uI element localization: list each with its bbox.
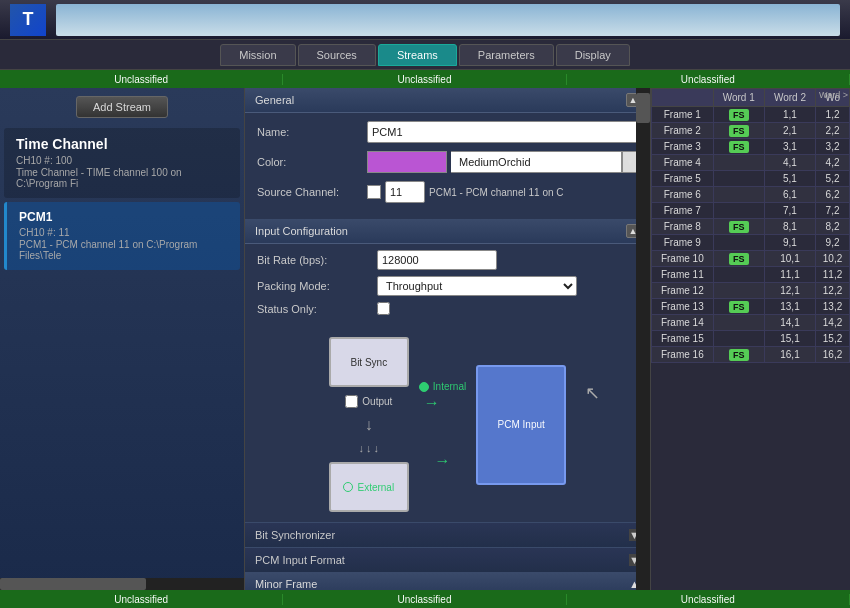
time-channel-name: Time Channel — [16, 136, 228, 152]
frame-fs-cell — [713, 203, 764, 219]
bottom-status-center: Unclassified — [283, 594, 566, 605]
bit-sync-section-label: Bit Synchronizer — [255, 529, 335, 541]
table-row: Frame 1414,114,2 — [652, 315, 850, 331]
frame-name-cell: Frame 10 — [652, 251, 714, 267]
frame-table-container: Word > Word 1 Word 2 Wo Frame 1FS1,11,2F… — [651, 88, 850, 363]
fs-badge: FS — [729, 301, 749, 313]
packing-mode-select[interactable]: Throughput — [377, 276, 577, 296]
frame-fs-cell: FS — [713, 123, 764, 139]
status-center: Unclassified — [283, 74, 566, 85]
color-label: Color: — [257, 156, 367, 168]
frame-word1-cell: 11,1 — [764, 267, 815, 283]
frame-word1-cell: 4,1 — [764, 155, 815, 171]
frame-name-cell: Frame 12 — [652, 283, 714, 299]
pcm1-item[interactable]: PCM1 CH10 #: 11 PCM1 - PCM channel 11 on… — [4, 202, 240, 270]
color-row: Color: MediumOrchid ▼ — [257, 151, 638, 173]
bottom-status-left: Unclassified — [0, 594, 283, 605]
external-radio[interactable]: External — [343, 482, 394, 493]
input-config-title: Input Configuration — [255, 225, 348, 237]
tab-parameters[interactable]: Parameters — [459, 44, 554, 66]
frame-word1-cell: 5,1 — [764, 171, 815, 187]
frame-fs-cell — [713, 235, 764, 251]
status-left: Unclassified — [0, 74, 283, 85]
table-row: Frame 55,15,2 — [652, 171, 850, 187]
down-arrow-icon: ↓ — [365, 416, 373, 434]
frame-word2-cell: 7,2 — [816, 203, 850, 219]
output-checkbox[interactable] — [345, 395, 358, 408]
color-picker[interactable]: MediumOrchid ▼ — [367, 151, 638, 173]
input-config-body: Bit Rate (bps): Packing Mode: Throughput… — [245, 244, 650, 327]
frame-word2-cell: 8,2 — [816, 219, 850, 235]
frame-word2-cell: 16,2 — [816, 347, 850, 363]
internal-radio[interactable]: Internal — [419, 381, 466, 392]
table-row: Frame 1FS1,11,2 — [652, 107, 850, 123]
frame-word2-cell: 6,2 — [816, 187, 850, 203]
color-swatch[interactable] — [367, 151, 447, 173]
table-row: Frame 66,16,2 — [652, 187, 850, 203]
frame-word2-cell: 14,2 — [816, 315, 850, 331]
status-only-checkbox[interactable] — [377, 302, 390, 315]
name-input[interactable] — [367, 121, 638, 143]
frame-word2-cell: 10,2 — [816, 251, 850, 267]
frame-word2-cell: 5,2 — [816, 171, 850, 187]
frame-fs-cell — [713, 331, 764, 347]
source-number-input[interactable] — [385, 181, 425, 203]
frame-word1-cell: 1,1 — [764, 107, 815, 123]
frame-name-cell: Frame 11 — [652, 267, 714, 283]
frame-word2-cell: 11,2 — [816, 267, 850, 283]
frame-word2-cell: 9,2 — [816, 235, 850, 251]
pcm-input-box: PCM Input — [476, 365, 566, 485]
center-scrollbar[interactable] — [636, 88, 650, 590]
table-row: Frame 8FS8,18,2 — [652, 219, 850, 235]
table-row: Frame 77,17,2 — [652, 203, 850, 219]
tab-display[interactable]: Display — [556, 44, 630, 66]
input-config-header: Input Configuration ▲ — [245, 219, 650, 244]
status-only-row: Status Only: — [257, 302, 638, 315]
frame-word1-cell: 7,1 — [764, 203, 815, 219]
frame-word1-cell: 12,1 — [764, 283, 815, 299]
tab-sources[interactable]: Sources — [298, 44, 376, 66]
frame-word2-cell: 15,2 — [816, 331, 850, 347]
external-label: External — [357, 482, 394, 493]
frame-fs-cell: FS — [713, 347, 764, 363]
table-row: Frame 1212,112,2 — [652, 283, 850, 299]
tab-streams[interactable]: Streams — [378, 44, 457, 66]
nav-bar: Mission Sources Streams Parameters Displ… — [0, 40, 850, 70]
bit-sync-box: Bit Sync — [329, 337, 409, 387]
general-section: General ▲ Name: Color: MediumOrchid ▼ — [245, 88, 650, 219]
table-row: Frame 1111,111,2 — [652, 267, 850, 283]
fs-badge: FS — [729, 253, 749, 265]
frame-word1-cell: 16,1 — [764, 347, 815, 363]
tab-mission[interactable]: Mission — [220, 44, 295, 66]
status-bar-top: Unclassified Unclassified Unclassified — [0, 70, 850, 88]
frame-fs-cell — [713, 187, 764, 203]
left-scrollbar[interactable] — [0, 578, 244, 590]
app-logo: T — [10, 4, 46, 36]
bit-rate-input[interactable] — [377, 250, 497, 270]
pcm1-name: PCM1 — [19, 210, 228, 224]
right-arrow-green-icon: → — [424, 394, 440, 412]
frame-name-cell: Frame 13 — [652, 299, 714, 315]
frame-word1-cell: 3,1 — [764, 139, 815, 155]
pcm-format-collapsed-header[interactable]: PCM Input Format ▼ — [245, 548, 650, 572]
name-label: Name: — [257, 126, 367, 138]
bit-rate-label: Bit Rate (bps): — [257, 254, 377, 266]
frame-name-cell: Frame 2 — [652, 123, 714, 139]
output-label: Output — [362, 396, 392, 407]
sky-decoration — [56, 4, 840, 36]
fs-badge: FS — [729, 125, 749, 137]
frame-name-cell: Frame 16 — [652, 347, 714, 363]
time-channel-item[interactable]: Time Channel CH10 #: 100 Time Channel - … — [4, 128, 240, 198]
frame-word1-cell: 14,1 — [764, 315, 815, 331]
packing-mode-label: Packing Mode: — [257, 280, 377, 292]
frame-word2-cell: 2,2 — [816, 123, 850, 139]
bit-sync-collapsed-header[interactable]: Bit Synchronizer ▼ — [245, 523, 650, 547]
frame-name-cell: Frame 1 — [652, 107, 714, 123]
add-stream-button[interactable]: Add Stream — [76, 96, 168, 118]
bit-synchronizer-section: Bit Synchronizer ▼ — [245, 522, 650, 547]
frame-fs-cell: FS — [713, 139, 764, 155]
frame-word1-cell: 2,1 — [764, 123, 815, 139]
source-checkbox[interactable] — [367, 185, 381, 199]
fs-badge: FS — [729, 141, 749, 153]
general-section-header: General ▲ — [245, 88, 650, 113]
